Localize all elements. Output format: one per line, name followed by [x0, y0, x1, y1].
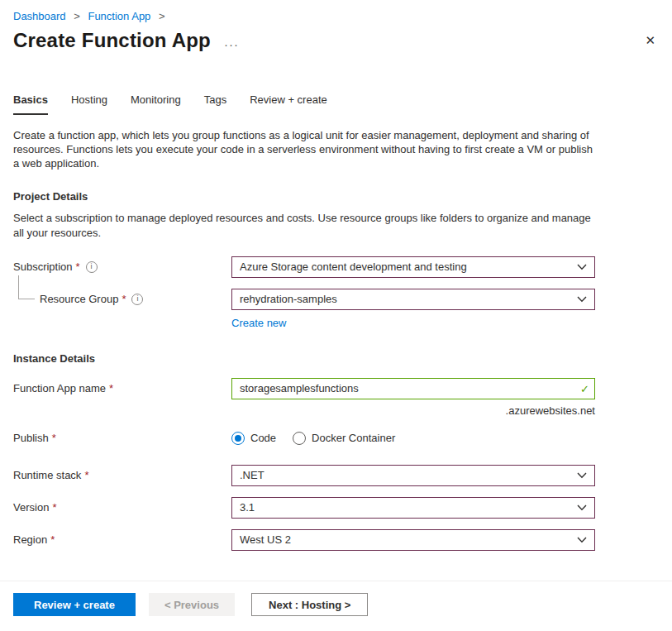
tab-monitoring[interactable]: Monitoring	[131, 93, 181, 115]
close-icon[interactable]: ✕	[641, 31, 659, 50]
valid-check-icon: ✓	[580, 382, 589, 394]
basics-form: Subscription* i Azure Storage content de…	[13, 256, 659, 551]
chevron-down-icon	[577, 472, 587, 479]
publish-label: Publish	[13, 432, 49, 444]
region-label: Region	[13, 533, 47, 546]
page-title: Create Function App	[13, 29, 211, 52]
info-icon-glyph: i	[136, 295, 138, 303]
function-app-name-input[interactable]	[231, 378, 595, 399]
intro-text: Create a function app, which lets you gr…	[13, 128, 597, 170]
subscription-dropdown[interactable]: Azure Storage content development and te…	[231, 256, 595, 278]
next-hosting-button[interactable]: Next : Hosting >	[251, 593, 368, 616]
version-row: Version* 3.1	[13, 497, 659, 519]
tree-connector	[18, 275, 35, 299]
info-icon-glyph: i	[91, 263, 93, 270]
review-create-button[interactable]: Review + create	[13, 593, 136, 616]
domain-suffix-row: .azurewebsites.net	[13, 404, 659, 417]
resource-group-row: Resource Group* i rehydration-samples	[13, 289, 659, 310]
previous-button[interactable]: < Previous	[149, 593, 235, 616]
publish-row: Publish* Code Docker Container	[13, 432, 659, 445]
breadcrumb: Dashboard > Function App >	[13, 10, 659, 22]
publish-option-code[interactable]: Code	[231, 432, 276, 445]
project-details-description: Select a subscription to manage deployed…	[13, 211, 602, 239]
breadcrumb-dashboard[interactable]: Dashboard	[13, 10, 66, 22]
required-asterisk: *	[52, 501, 56, 514]
radio-unselected-icon	[293, 432, 306, 445]
required-asterisk: *	[122, 293, 126, 305]
title-row: Create Function App ··· ✕	[13, 29, 659, 52]
breadcrumb-separator: >	[74, 10, 80, 22]
resource-group-value: rehydration-samples	[240, 293, 337, 305]
tab-review-create[interactable]: Review + create	[250, 93, 327, 115]
region-dropdown[interactable]: West US 2	[231, 529, 595, 551]
tab-tags[interactable]: Tags	[204, 93, 226, 115]
more-options-icon[interactable]: ···	[224, 37, 239, 51]
subscription-value: Azure Storage content development and te…	[240, 261, 467, 273]
version-dropdown[interactable]: 3.1	[231, 497, 595, 519]
chevron-down-icon	[577, 504, 587, 511]
resource-group-dropdown[interactable]: rehydration-samples	[231, 289, 595, 310]
wizard-footer: Review + create < Previous Next : Hostin…	[0, 581, 672, 631]
breadcrumb-function-app[interactable]: Function App	[88, 10, 150, 22]
chevron-down-icon	[577, 537, 587, 543]
function-app-name-label: Function App name	[13, 382, 106, 394]
publish-option-docker-label: Docker Container	[312, 432, 395, 444]
info-icon[interactable]: i	[131, 294, 143, 305]
project-details-heading: Project Details	[13, 190, 659, 203]
required-asterisk: *	[109, 382, 113, 394]
chevron-down-icon	[577, 264, 587, 270]
required-asterisk: *	[50, 533, 55, 546]
resource-group-label: Resource Group	[40, 293, 118, 305]
subscription-row: Subscription* i Azure Storage content de…	[13, 256, 659, 278]
domain-suffix: .azurewebsites.net	[231, 404, 595, 417]
create-new-row: Create new	[13, 317, 659, 329]
publish-radio-group: Code Docker Container	[231, 432, 595, 445]
version-value: 3.1	[240, 501, 255, 514]
publish-option-code-label: Code	[250, 432, 276, 444]
function-app-name-row: Function App name* ✓	[13, 378, 659, 399]
runtime-stack-row: Runtime stack* .NET	[13, 465, 659, 486]
required-asterisk: *	[76, 261, 80, 273]
tab-bar: Basics Hosting Monitoring Tags Review + …	[13, 93, 659, 115]
region-row: Region* West US 2	[13, 529, 659, 551]
required-asterisk: *	[52, 432, 56, 444]
version-label: Version	[13, 501, 49, 514]
radio-selected-icon	[231, 432, 245, 445]
instance-details-heading: Instance Details	[13, 352, 659, 365]
chevron-down-icon	[577, 296, 587, 303]
create-function-app-blade: Dashboard > Function App > Create Functi…	[0, 0, 672, 631]
subscription-label: Subscription	[13, 261, 73, 273]
region-value: West US 2	[240, 533, 291, 546]
create-new-link[interactable]: Create new	[231, 317, 286, 329]
tab-hosting[interactable]: Hosting	[71, 93, 107, 115]
breadcrumb-separator: >	[159, 10, 165, 22]
required-asterisk: *	[84, 469, 88, 481]
runtime-stack-dropdown[interactable]: .NET	[231, 465, 595, 486]
publish-option-docker[interactable]: Docker Container	[293, 432, 395, 445]
runtime-stack-value: .NET	[240, 469, 265, 481]
runtime-stack-label: Runtime stack	[13, 469, 81, 481]
info-icon[interactable]: i	[86, 261, 98, 273]
tab-basics[interactable]: Basics	[13, 93, 48, 115]
